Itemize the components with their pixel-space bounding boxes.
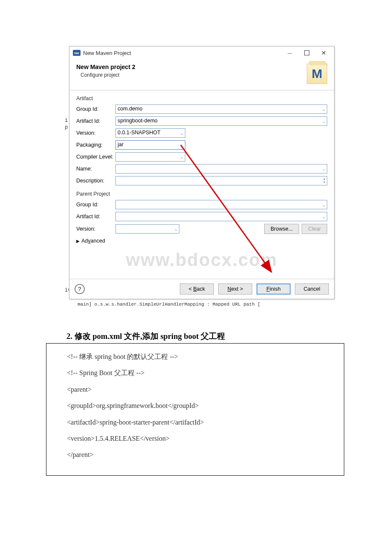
version-label: Version: xyxy=(76,130,115,136)
finish-button[interactable]: Finish xyxy=(257,283,291,295)
minimize-button[interactable] xyxy=(281,47,298,59)
app-icon: me xyxy=(73,50,81,56)
parent-version-input[interactable]: ⌵ xyxy=(115,224,179,234)
code-line: <!-- Spring Boot 父工程 --> xyxy=(67,365,337,381)
maven-logo-icon: M xyxy=(307,64,327,84)
code-line: <groupId>org.springframework.boot</group… xyxy=(67,398,337,414)
wizard-banner: New Maven project 2 Configure project M xyxy=(69,59,334,90)
banner-title: New Maven project 2 xyxy=(76,64,307,70)
section-2-heading: 2. 修改 pom.xml 文件,添加 spring boot 父工程 xyxy=(66,331,344,341)
version-input[interactable]: 0.0.1-SNAPSHOT ⌵ xyxy=(115,128,185,138)
cancel-button[interactable]: Cancel xyxy=(295,283,329,295)
browse-button[interactable]: Browse... xyxy=(264,224,299,234)
form-area: Artifact Group Id: com.demo ⌵ Artifact I… xyxy=(69,90,334,279)
parent-group-id-label: Group Id: xyxy=(76,202,115,208)
spinner-icon: ▴▾ xyxy=(323,177,325,184)
compiler-level-label: Compiler Level: xyxy=(76,154,115,160)
group-id-label: Group Id: xyxy=(76,106,115,112)
advanced-toggle[interactable]: ▶ Advanced xyxy=(74,235,330,246)
chevron-down-icon: ⌵ xyxy=(175,227,177,231)
name-input[interactable]: ⌵ xyxy=(115,164,327,173)
banner-subtitle: Configure project xyxy=(81,72,307,78)
parent-group-id-input[interactable]: ⌵ xyxy=(115,200,327,209)
chevron-down-icon: ⌵ xyxy=(323,214,325,219)
chevron-down-icon: ⌵ xyxy=(181,155,183,159)
artifact-id-value: springboot-demo xyxy=(118,118,158,124)
code-fragment: p xyxy=(65,124,68,130)
console-fragment: main] o.s.w.s.handler.SimpleUrlHandlerMa… xyxy=(78,302,260,307)
description-label: Description: xyxy=(76,178,115,184)
window-title: New Maven Project xyxy=(83,50,281,56)
chevron-down-icon: ⌵ xyxy=(181,131,183,136)
pom-xml-snippet: <!-- 继承 spring boot 的默认父工程 --> <!-- Spri… xyxy=(46,343,344,476)
new-maven-project-dialog: me New Maven Project New Maven project 2… xyxy=(69,46,334,299)
packaging-value: jar xyxy=(118,142,124,147)
parent-version-label: Version: xyxy=(76,226,115,232)
titlebar: me New Maven Project xyxy=(69,46,334,59)
advanced-label: Advanced xyxy=(81,238,105,244)
version-value: 0.0.1-SNAPSHOT xyxy=(118,130,161,136)
help-button[interactable]: ? xyxy=(75,284,85,294)
next-button[interactable]: Next > xyxy=(218,283,252,295)
parent-artifact-id-label: Artifact Id: xyxy=(76,214,115,220)
name-label: Name: xyxy=(76,166,115,172)
code-line: <parent> xyxy=(67,382,337,398)
parent-section-label: Parent Project xyxy=(74,189,330,199)
code-line: <!-- 继承 spring boot 的默认父工程 --> xyxy=(67,349,337,365)
maximize-button[interactable] xyxy=(298,47,315,59)
chevron-down-icon: ⌵ xyxy=(323,119,325,124)
compiler-level-input[interactable]: ⌵ xyxy=(115,152,185,162)
group-id-input[interactable]: com.demo ⌵ xyxy=(115,104,327,114)
packaging-label: Packaging: xyxy=(76,142,115,148)
chevron-down-icon: ⌵ xyxy=(323,202,325,207)
artifact-id-input[interactable]: springboot-demo ⌵ xyxy=(115,116,327,126)
wizard-button-bar: ? < Back Next > Finish Cancel xyxy=(69,279,334,299)
code-line: </parent> xyxy=(67,447,337,463)
chevron-down-icon: ⌵ xyxy=(181,143,183,147)
watermark-text: www.bdocx.com xyxy=(69,250,334,270)
parent-artifact-id-input[interactable]: ⌵ xyxy=(115,212,327,221)
close-button[interactable] xyxy=(315,47,332,59)
artifact-id-label: Artifact Id: xyxy=(76,118,115,124)
packaging-input[interactable]: jar ⌵ xyxy=(115,140,185,150)
code-line: <artifactId>spring-boot-starter-parent</… xyxy=(67,414,337,431)
chevron-down-icon: ⌵ xyxy=(323,167,325,171)
artifact-section-label: Artifact xyxy=(74,94,330,103)
clear-button[interactable]: Clear xyxy=(302,224,327,234)
group-id-value: com.demo xyxy=(118,106,142,112)
section-2: 2. 修改 pom.xml 文件,添加 spring boot 父工程 <!--… xyxy=(46,331,344,476)
triangle-right-icon: ▶ xyxy=(76,239,80,243)
back-button[interactable]: < Back xyxy=(180,283,214,295)
chevron-down-icon: ⌵ xyxy=(323,107,325,112)
code-line: <version>1.5.4.RELEASE</version> xyxy=(67,431,337,447)
code-fragment: i xyxy=(65,118,68,124)
description-input[interactable]: ▴▾ xyxy=(115,176,327,185)
